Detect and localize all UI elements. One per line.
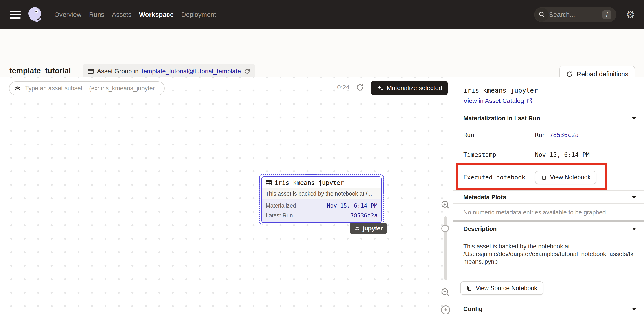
section-materialization-in-last-run[interactable]: Materialization in Last Run xyxy=(454,112,644,125)
stat-label: Latest Run xyxy=(266,212,293,219)
nav-item-overview[interactable]: Overview xyxy=(54,11,82,19)
row-label: Executed notebook xyxy=(454,164,529,190)
zoom-out-icon[interactable] xyxy=(441,287,450,298)
asset-node-title: iris_kmeans_jupyter xyxy=(275,179,344,186)
asset-node-description: This asset is backed by the notebook at … xyxy=(262,188,381,199)
nav-item-workspace[interactable]: Workspace xyxy=(139,11,174,19)
view-in-asset-catalog-label: View in Asset Catalog xyxy=(463,97,524,104)
metadata-empty-message: No numeric metadata entries available to… xyxy=(463,209,608,216)
run-id-link[interactable]: 78536c2a xyxy=(550,131,579,138)
dagster-app: Overview Runs Assets Workspace Deploymen… xyxy=(0,0,644,314)
refresh-icon[interactable] xyxy=(244,68,250,74)
stat-label: Materialized xyxy=(266,202,296,209)
view-source-notebook-button[interactable]: View Source Notebook xyxy=(460,281,544,295)
chevron-down-icon[interactable] xyxy=(632,195,637,199)
compute-kind-label: jupyter xyxy=(362,225,383,232)
stat-row-latest-run: Latest Run 78536c2a xyxy=(266,210,378,220)
top-nav: Overview Runs Assets Workspace Deploymen… xyxy=(0,0,644,29)
lineage-canvas[interactable]: 0:24 Materialize selected iris_kmeans_ju… xyxy=(0,78,453,314)
stat-value[interactable]: 78536c2a xyxy=(350,212,378,219)
row-label: Timestamp xyxy=(454,145,529,164)
asset-description-text: This asset is backed by the notebook at … xyxy=(463,243,636,265)
reload-icon xyxy=(566,71,573,78)
table-row-executed-notebook: Executed notebook View Notebook xyxy=(454,164,644,190)
search-icon xyxy=(538,11,546,18)
nav-item-runs[interactable]: Runs xyxy=(89,11,104,19)
canvas-refresh-icon[interactable] xyxy=(356,83,364,92)
materialize-selected-button[interactable]: Materialize selected xyxy=(371,81,448,95)
gear-icon[interactable]: ⚙ xyxy=(626,10,635,20)
refresh-timer: 0:24 xyxy=(337,84,350,91)
notebook-icon xyxy=(466,285,472,291)
section-title: Description xyxy=(463,225,497,232)
asset-group-icon xyxy=(88,68,94,74)
view-notebook-label: View Notebook xyxy=(550,174,590,181)
asset-node[interactable]: iris_kmeans_jupyter This asset is backed… xyxy=(262,176,382,223)
asset-node-stats: Materialized Nov 15, 6:14 PM Latest Run … xyxy=(262,199,381,222)
row-value: Run 78536c2a xyxy=(529,125,632,145)
table-row-timestamp: Timestamp Nov 15, 6:14 PM xyxy=(454,145,644,164)
table-icon xyxy=(266,180,272,186)
zoom-slider-handle[interactable] xyxy=(442,225,449,232)
download-view-icon[interactable] xyxy=(441,305,450,314)
asset-group-prefix: Asset Group in xyxy=(97,68,138,75)
section-divider xyxy=(454,220,644,222)
section-description[interactable]: Description xyxy=(454,222,644,236)
chevron-down-icon[interactable] xyxy=(632,227,637,231)
asset-group-breadcrumb: Asset Group in template_tutorial@tutoria… xyxy=(82,64,255,78)
page-title: template_tutorial xyxy=(10,66,71,75)
search-input[interactable]: Search... / xyxy=(534,7,616,22)
notebook-icon xyxy=(541,174,547,180)
reload-definitions-label: Reload definitions xyxy=(576,71,628,78)
hamburger-menu-icon[interactable] xyxy=(10,11,21,19)
row-spacer xyxy=(632,164,644,190)
asset-node-selection[interactable]: iris_kmeans_jupyter This asset is backed… xyxy=(259,174,384,225)
section-config[interactable]: Config xyxy=(454,303,644,314)
jupyter-icon xyxy=(354,225,360,232)
asset-group-link[interactable]: template_tutorial@tutorial_template xyxy=(142,68,241,75)
row-spacer xyxy=(632,125,644,145)
panel-asset-name: iris_kmeans_jupyter xyxy=(463,87,538,94)
sparkle-icon xyxy=(377,85,384,91)
stat-value[interactable]: Nov 15, 6:14 PM xyxy=(327,202,378,209)
nav-right: Search... / ⚙ xyxy=(534,7,635,22)
table-row-run: Run Run 78536c2a xyxy=(454,125,644,145)
search-placeholder: Search... xyxy=(549,11,575,19)
stat-row-materialized: Materialized Nov 15, 6:14 PM xyxy=(266,201,378,210)
section-title: Metadata Plots xyxy=(463,194,506,201)
section-title: Config xyxy=(463,306,482,313)
view-notebook-button[interactable]: View Notebook xyxy=(535,171,596,184)
section-title: Materialization in Last Run xyxy=(463,115,540,122)
chevron-down-icon[interactable] xyxy=(632,117,637,120)
run-value-prefix: Run xyxy=(535,131,546,138)
external-link-icon xyxy=(527,98,533,104)
view-source-notebook-label: View Source Notebook xyxy=(476,285,537,292)
row-value: Nov 15, 6:14 PM xyxy=(529,145,632,164)
row-label: Run xyxy=(454,125,529,145)
dagster-logo-icon xyxy=(26,6,44,23)
row-value: View Notebook xyxy=(529,164,632,190)
page-header: template_tutorial Asset Group in templat… xyxy=(0,29,644,78)
materialize-selected-label: Materialize selected xyxy=(386,85,442,92)
section-metadata-plots[interactable]: Metadata Plots xyxy=(454,190,644,204)
nav-item-deployment[interactable]: Deployment xyxy=(181,11,216,19)
chevron-down-icon[interactable] xyxy=(632,307,637,311)
nav-links: Overview Runs Assets Workspace Deploymen… xyxy=(54,11,216,19)
view-in-asset-catalog-link[interactable]: View in Asset Catalog xyxy=(463,97,533,104)
asset-node-header: iris_kmeans_jupyter xyxy=(262,177,381,188)
asset-details-panel: iris_kmeans_jupyter View in Asset Catalo… xyxy=(453,78,644,314)
asset-subset-input[interactable] xyxy=(25,85,162,92)
asset-subset-filter[interactable] xyxy=(9,81,165,95)
compute-kind-tag-jupyter[interactable]: jupyter xyxy=(350,223,387,234)
asset-graph-icon xyxy=(14,85,21,92)
search-shortcut-badge: / xyxy=(602,10,612,19)
nav-item-assets[interactable]: Assets xyxy=(112,11,132,19)
zoom-in-icon[interactable] xyxy=(441,200,450,211)
row-spacer xyxy=(632,145,644,164)
